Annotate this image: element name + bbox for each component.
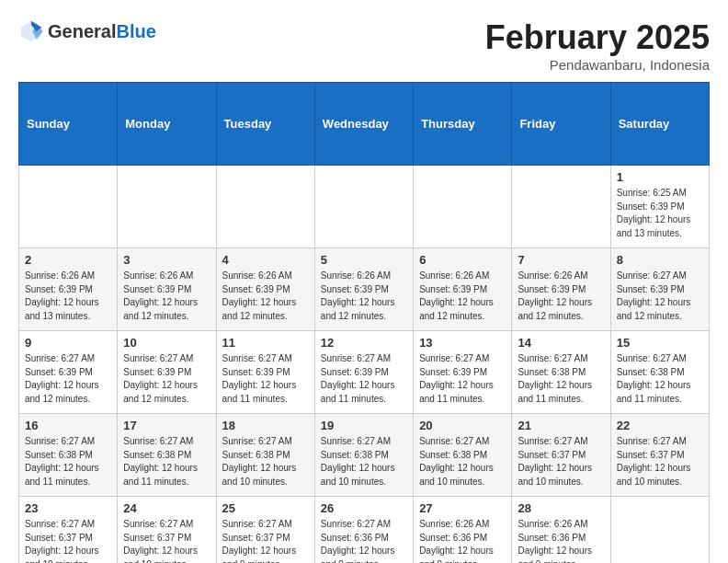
calendar-week-2: 2Sunrise: 6:26 AM Sunset: 6:39 PM Daylig… xyxy=(19,248,710,331)
day-number: 11 xyxy=(222,336,309,350)
calendar-cell xyxy=(216,166,314,248)
calendar-cell: 18Sunrise: 6:27 AM Sunset: 6:38 PM Dayli… xyxy=(216,414,314,497)
day-info: Sunrise: 6:26 AM Sunset: 6:39 PM Dayligh… xyxy=(419,270,506,323)
weekday-header-monday: Monday xyxy=(118,83,216,166)
calendar-week-3: 9Sunrise: 6:27 AM Sunset: 6:39 PM Daylig… xyxy=(19,331,710,414)
calendar-cell: 23Sunrise: 6:27 AM Sunset: 6:37 PM Dayli… xyxy=(19,497,118,564)
day-number: 27 xyxy=(419,501,506,515)
day-info: Sunrise: 6:27 AM Sunset: 6:39 PM Dayligh… xyxy=(222,352,309,406)
calendar-cell: 8Sunrise: 6:27 AM Sunset: 6:39 PM Daylig… xyxy=(610,248,709,331)
day-number: 24 xyxy=(123,501,210,515)
calendar-cell xyxy=(414,166,512,248)
weekday-header-sunday: Sunday xyxy=(19,83,118,166)
day-number: 13 xyxy=(419,336,506,350)
logo-icon xyxy=(18,18,44,44)
calendar-header-row: SundayMondayTuesdayWednesdayThursdayFrid… xyxy=(19,83,710,166)
logo-text: GeneralBlue xyxy=(48,21,156,41)
day-number: 18 xyxy=(222,419,309,432)
day-info: Sunrise: 6:27 AM Sunset: 6:39 PM Dayligh… xyxy=(419,352,506,406)
calendar-week-4: 16Sunrise: 6:27 AM Sunset: 6:38 PM Dayli… xyxy=(19,414,710,497)
calendar-cell: 25Sunrise: 6:27 AM Sunset: 6:37 PM Dayli… xyxy=(216,497,314,564)
day-info: Sunrise: 6:27 AM Sunset: 6:36 PM Dayligh… xyxy=(321,518,407,563)
day-number: 15 xyxy=(617,336,703,350)
weekday-header-saturday: Saturday xyxy=(610,83,709,166)
weekday-header-wednesday: Wednesday xyxy=(314,83,413,166)
calendar-cell: 21Sunrise: 6:27 AM Sunset: 6:37 PM Dayli… xyxy=(512,414,610,497)
weekday-header-friday: Friday xyxy=(512,83,610,166)
calendar-cell: 26Sunrise: 6:27 AM Sunset: 6:36 PM Dayli… xyxy=(314,497,413,564)
month-title: February 2025 xyxy=(485,18,710,57)
page-header: GeneralBlue February 2025 Pendawanbaru, … xyxy=(18,18,710,73)
calendar-cell: 19Sunrise: 6:27 AM Sunset: 6:38 PM Dayli… xyxy=(314,414,413,497)
title-block: February 2025 Pendawanbaru, Indonesia xyxy=(485,18,710,73)
day-info: Sunrise: 6:27 AM Sunset: 6:39 PM Dayligh… xyxy=(617,270,703,323)
calendar-week-5: 23Sunrise: 6:27 AM Sunset: 6:37 PM Dayli… xyxy=(19,497,710,564)
day-info: Sunrise: 6:27 AM Sunset: 6:39 PM Dayligh… xyxy=(25,352,111,406)
calendar-cell: 12Sunrise: 6:27 AM Sunset: 6:39 PM Dayli… xyxy=(314,331,413,414)
day-info: Sunrise: 6:27 AM Sunset: 6:38 PM Dayligh… xyxy=(222,435,309,488)
day-number: 17 xyxy=(123,419,210,432)
day-info: Sunrise: 6:27 AM Sunset: 6:38 PM Dayligh… xyxy=(321,435,407,488)
day-number: 6 xyxy=(419,253,506,267)
day-info: Sunrise: 6:27 AM Sunset: 6:37 PM Dayligh… xyxy=(222,518,309,563)
day-number: 1 xyxy=(617,170,703,184)
calendar-cell xyxy=(512,166,610,248)
logo: GeneralBlue xyxy=(18,18,156,44)
calendar-cell: 10Sunrise: 6:27 AM Sunset: 6:39 PM Dayli… xyxy=(118,331,216,414)
day-info: Sunrise: 6:26 AM Sunset: 6:39 PM Dayligh… xyxy=(321,270,407,323)
day-info: Sunrise: 6:26 AM Sunset: 6:39 PM Dayligh… xyxy=(123,270,210,323)
calendar-cell: 17Sunrise: 6:27 AM Sunset: 6:38 PM Dayli… xyxy=(118,414,216,497)
day-number: 2 xyxy=(25,253,111,267)
day-number: 19 xyxy=(321,419,407,432)
calendar-cell: 1Sunrise: 6:25 AM Sunset: 6:39 PM Daylig… xyxy=(610,166,709,248)
day-number: 21 xyxy=(518,419,604,432)
day-number: 4 xyxy=(222,253,309,267)
day-number: 25 xyxy=(222,501,309,515)
day-info: Sunrise: 6:27 AM Sunset: 6:38 PM Dayligh… xyxy=(25,435,111,488)
day-info: Sunrise: 6:27 AM Sunset: 6:38 PM Dayligh… xyxy=(518,352,604,406)
calendar-cell: 2Sunrise: 6:26 AM Sunset: 6:39 PM Daylig… xyxy=(19,248,118,331)
day-info: Sunrise: 6:26 AM Sunset: 6:39 PM Dayligh… xyxy=(518,270,604,323)
calendar-cell: 22Sunrise: 6:27 AM Sunset: 6:37 PM Dayli… xyxy=(610,414,709,497)
day-info: Sunrise: 6:27 AM Sunset: 6:37 PM Dayligh… xyxy=(25,518,111,563)
day-number: 14 xyxy=(518,336,604,350)
day-number: 9 xyxy=(25,336,111,350)
day-info: Sunrise: 6:26 AM Sunset: 6:36 PM Dayligh… xyxy=(518,518,604,563)
calendar-cell: 15Sunrise: 6:27 AM Sunset: 6:38 PM Dayli… xyxy=(610,331,709,414)
calendar-cell: 4Sunrise: 6:26 AM Sunset: 6:39 PM Daylig… xyxy=(216,248,314,331)
day-info: Sunrise: 6:27 AM Sunset: 6:38 PM Dayligh… xyxy=(123,435,210,488)
day-info: Sunrise: 6:27 AM Sunset: 6:37 PM Dayligh… xyxy=(518,435,604,488)
day-info: Sunrise: 6:27 AM Sunset: 6:37 PM Dayligh… xyxy=(123,518,210,563)
calendar-cell: 24Sunrise: 6:27 AM Sunset: 6:37 PM Dayli… xyxy=(118,497,216,564)
day-info: Sunrise: 6:26 AM Sunset: 6:36 PM Dayligh… xyxy=(419,518,506,563)
day-info: Sunrise: 6:25 AM Sunset: 6:39 PM Dayligh… xyxy=(617,187,703,240)
calendar-cell xyxy=(19,166,118,248)
calendar-cell xyxy=(314,166,413,248)
day-info: Sunrise: 6:27 AM Sunset: 6:39 PM Dayligh… xyxy=(321,352,407,406)
day-info: Sunrise: 6:27 AM Sunset: 6:38 PM Dayligh… xyxy=(419,435,506,488)
calendar-cell: 27Sunrise: 6:26 AM Sunset: 6:36 PM Dayli… xyxy=(414,497,512,564)
location: Pendawanbaru, Indonesia xyxy=(485,57,710,73)
calendar-cell: 3Sunrise: 6:26 AM Sunset: 6:39 PM Daylig… xyxy=(118,248,216,331)
day-number: 20 xyxy=(419,419,506,432)
day-number: 22 xyxy=(617,419,703,432)
day-number: 26 xyxy=(321,501,407,515)
calendar-week-1: 1Sunrise: 6:25 AM Sunset: 6:39 PM Daylig… xyxy=(19,166,710,248)
calendar-cell: 5Sunrise: 6:26 AM Sunset: 6:39 PM Daylig… xyxy=(314,248,413,331)
calendar-cell: 7Sunrise: 6:26 AM Sunset: 6:39 PM Daylig… xyxy=(512,248,610,331)
weekday-header-thursday: Thursday xyxy=(414,83,512,166)
calendar-cell xyxy=(118,166,216,248)
day-number: 8 xyxy=(617,253,703,267)
weekday-header-tuesday: Tuesday xyxy=(216,83,314,166)
day-number: 23 xyxy=(25,501,111,515)
calendar-cell: 6Sunrise: 6:26 AM Sunset: 6:39 PM Daylig… xyxy=(414,248,512,331)
day-info: Sunrise: 6:26 AM Sunset: 6:39 PM Dayligh… xyxy=(222,270,309,323)
calendar-cell xyxy=(610,497,709,564)
calendar-cell: 14Sunrise: 6:27 AM Sunset: 6:38 PM Dayli… xyxy=(512,331,610,414)
calendar: SundayMondayTuesdayWednesdayThursdayFrid… xyxy=(18,82,710,563)
day-number: 7 xyxy=(518,253,604,267)
day-number: 16 xyxy=(25,419,111,432)
day-number: 10 xyxy=(123,336,210,350)
calendar-cell: 20Sunrise: 6:27 AM Sunset: 6:38 PM Dayli… xyxy=(414,414,512,497)
day-number: 5 xyxy=(321,253,407,267)
